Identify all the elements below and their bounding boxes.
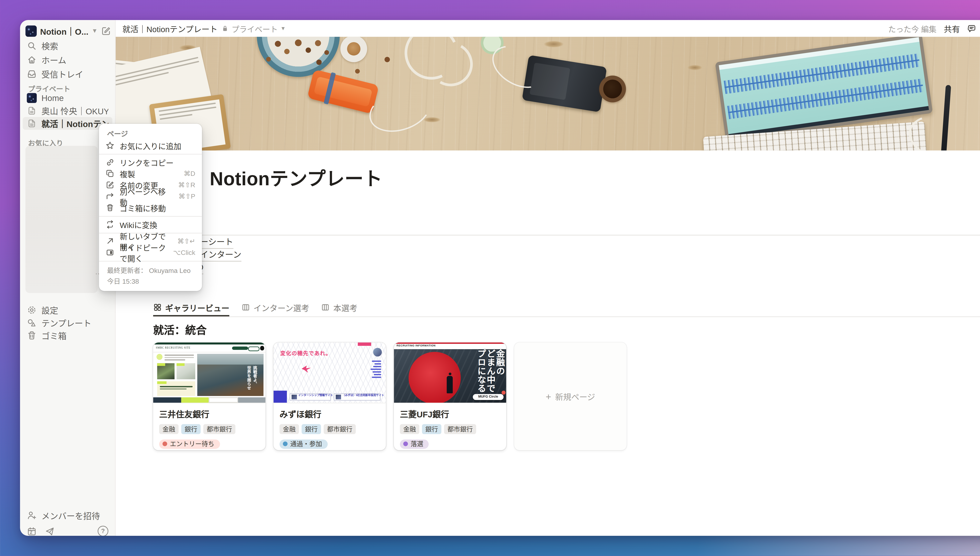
- lock-icon: [222, 25, 229, 32]
- privacy-label: プライベート: [232, 23, 278, 34]
- menu-item-move-to-trash[interactable]: ゴミ箱に移動: [99, 202, 202, 213]
- breadcrumb[interactable]: 就活｜Notionテンプレート: [122, 23, 218, 34]
- home-icon: [27, 55, 37, 65]
- cover-image[interactable]: [116, 37, 980, 150]
- sidebar-item-settings[interactable]: 設定: [23, 304, 112, 317]
- person-add-icon: [27, 510, 37, 520]
- card-title: みずほ銀行: [279, 407, 380, 420]
- menu-item-label: ゴミ箱に移動: [120, 202, 166, 213]
- card-mufg[interactable]: RECRUITING INFORMATION 金融の どまん中で プロになる M…: [394, 343, 506, 450]
- status-label: 落選: [411, 441, 423, 447]
- move-arrow-icon: [106, 192, 114, 200]
- sidebar-item-home-page[interactable]: Home: [23, 92, 112, 104]
- favorites-preview-placeholder: [26, 146, 98, 293]
- tab-intern-selection[interactable]: インターン選考: [242, 302, 309, 317]
- menu-item-copy-link[interactable]: リンクをコピー: [99, 157, 202, 168]
- tab-gallery-view[interactable]: ギャラリービュー: [153, 302, 229, 317]
- sidebar-item-label: Home: [42, 93, 64, 103]
- help-button[interactable]: ?: [98, 526, 108, 536]
- thumb-headline: 変化の穂先であれ。: [280, 349, 331, 357]
- sidebar-item-label: 受信トレイ: [42, 68, 83, 80]
- thumb-text: RECRUITING INFORMATION: [397, 345, 436, 348]
- page-link-seminar-intern[interactable]: 説明会・インターン: [153, 248, 980, 261]
- menu-item-open-in-side-peek[interactable]: サイドピークで開く ⌥Click: [99, 247, 202, 258]
- menu-item-convert-to-wiki[interactable]: Wikiに変換: [99, 219, 202, 230]
- rename-icon: [106, 181, 114, 189]
- database-title[interactable]: 就活：統合: [153, 321, 980, 338]
- star-icon: [106, 141, 114, 150]
- tag: 銀行: [302, 424, 321, 434]
- comments-button[interactable]: [967, 24, 977, 33]
- thumb-link-label: 〈みずほ〉5社合同新卒採用サイト: [342, 394, 384, 397]
- thumb-link-label: インターンシップ情報サイト: [298, 394, 333, 397]
- sidebar-item-label: 検索: [42, 39, 58, 52]
- invite-members-button[interactable]: メンバーを招待: [23, 508, 112, 522]
- card-mizuho[interactable]: 変化の穂先であれ。 インターンシップ情報サイト 〈みずほ〉5社合同新卒採用サイト: [273, 343, 386, 450]
- card-smbc[interactable]: SMBC RECRUITING SITE 挑戦者よ、 世界を揺らせ: [153, 343, 265, 450]
- sidebar-item-templates[interactable]: テンプレート: [23, 317, 112, 329]
- workspace-switcher[interactable]: Notion｜O... ▼: [26, 24, 98, 38]
- calendar-icon[interactable]: 2: [27, 526, 37, 536]
- new-page-compose-button[interactable]: [101, 26, 111, 36]
- sidebar-item-label: 就活｜Notionテンプレート: [42, 117, 108, 130]
- sidebar-item-label: ゴミ箱: [42, 329, 67, 342]
- status-label: 通過・参加: [290, 441, 322, 447]
- menu-item-duplicate[interactable]: 複製 ⌘D: [99, 168, 202, 179]
- privacy-button[interactable]: プライベート ▼: [222, 23, 286, 34]
- new-page-card[interactable]: + 新規ページ: [514, 343, 626, 450]
- workspace-avatar: [26, 26, 37, 37]
- inbox-icon: [27, 69, 37, 79]
- status-label: エントリー待ち: [170, 441, 215, 447]
- sidebar-item-search[interactable]: 検索: [23, 39, 112, 53]
- menu-item-add-to-favorites[interactable]: お気に入りに追加: [99, 140, 202, 151]
- status-dot: [163, 442, 167, 446]
- chevron-down-icon: ▼: [92, 28, 98, 34]
- card-title: 三井住友銀行: [159, 407, 260, 420]
- tag: 銀行: [181, 424, 201, 434]
- tag: 銀行: [422, 424, 441, 434]
- menu-item-move-to[interactable]: 別ページへ移動 ⌘⇧P: [99, 191, 202, 202]
- edited-timestamp: たった今 編集: [888, 23, 936, 34]
- comment-icon: [967, 24, 977, 33]
- topbar: 就活｜Notionテンプレート プライベート ▼ たった今 編集 共有 •••: [116, 20, 980, 37]
- sidebar-item-label: 設定: [42, 304, 58, 317]
- page-link-interview-gd[interactable]: 面接 GD: [153, 261, 980, 274]
- thumb-headline: 金融の どまん中で プロになる: [476, 349, 504, 401]
- card-thumbnail: RECRUITING INFORMATION 金融の どまん中で プロになる M…: [394, 343, 506, 404]
- sidebar-item-trash[interactable]: ゴミ箱: [23, 329, 112, 342]
- tag: 都市銀行: [203, 424, 236, 434]
- page-title[interactable]: 就活｜Notionテンプレート: [153, 169, 980, 189]
- sidebar-item-inbox[interactable]: 受信トレイ: [23, 67, 112, 81]
- workspace-name: Notion｜O...: [40, 25, 89, 37]
- tab-main-selection[interactable]: 本選考: [321, 302, 357, 317]
- shapes-icon: [27, 318, 37, 328]
- page-icon: [27, 118, 37, 128]
- card-thumbnail: 変化の穂先であれ。 インターンシップ情報サイト 〈みずほ〉5社合同新卒採用サイト: [273, 343, 386, 404]
- view-tabs: ギャラリービュー インターン選考 本選考: [153, 302, 980, 317]
- menu-divider: [99, 216, 202, 216]
- red-circle-graphic: [408, 352, 461, 404]
- status-badge: エントリー待ち: [159, 439, 220, 449]
- how-to-use-link[interactable]: How to use: [153, 196, 980, 206]
- new-page-label: 新規ページ: [555, 391, 595, 402]
- new-tab-icon: [106, 237, 114, 246]
- menu-shortcut: ⌘D: [184, 170, 195, 178]
- menu-item-label: 複製: [120, 168, 135, 179]
- menu-item-label: サイドピークで開く: [120, 242, 168, 263]
- page-link-entry-sheet[interactable]: エントリーシート: [153, 236, 980, 248]
- tab-label: ギャラリービュー: [165, 302, 229, 313]
- status-dot: [283, 442, 287, 446]
- send-feedback-icon[interactable]: [45, 526, 55, 536]
- thumb-badge: MUFG Circle: [478, 396, 498, 399]
- share-button[interactable]: 共有: [944, 23, 960, 34]
- tag: 金融: [400, 424, 419, 434]
- tag: 都市銀行: [444, 424, 476, 434]
- chevron-down-icon: ▼: [281, 26, 286, 31]
- card-title: 三菱UFJ銀行: [400, 407, 500, 420]
- sidebar-item-home[interactable]: ホーム: [23, 53, 112, 67]
- convert-icon: [106, 220, 114, 229]
- status-badge: 落選: [400, 439, 429, 449]
- calendar-badge: 2: [30, 530, 32, 534]
- sidebar-item-label: メンバーを招待: [42, 509, 100, 522]
- sidebar-item-okuyama-page[interactable]: 奥山 怜央｜OKUYAMA Leo: [23, 104, 112, 117]
